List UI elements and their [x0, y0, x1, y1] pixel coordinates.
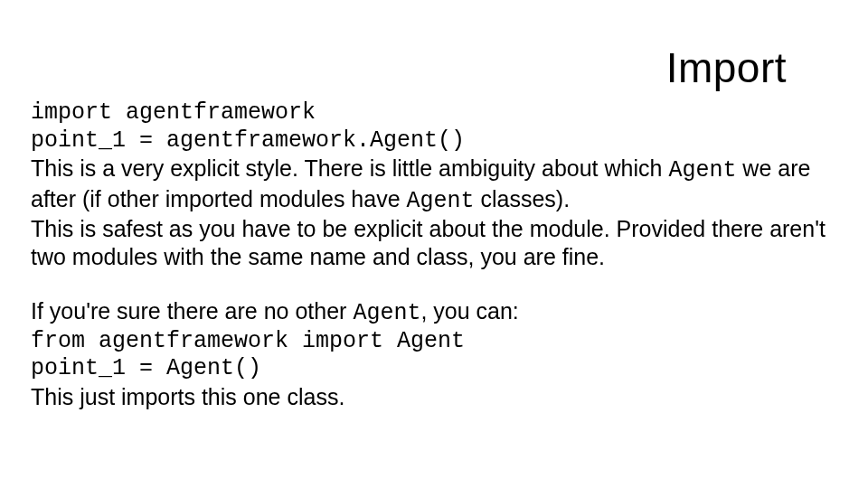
explanation-1: This is a very explicit style. There is … — [31, 155, 837, 215]
slide-title: Import — [666, 43, 787, 92]
paragraph-gap — [31, 270, 837, 297]
code-line-from-import: from agentframework import Agent — [31, 328, 837, 356]
code-line-assign-1: point_1 = agentframework.Agent() — [31, 127, 837, 155]
slide-body: import agentframework point_1 = agentfra… — [31, 99, 837, 410]
outro-line: This just imports this one class. — [31, 383, 837, 411]
text-fragment: , you can: — [420, 298, 518, 324]
slide: Import import agentframework point_1 = a… — [0, 0, 868, 488]
text-fragment: This is a very explicit style. There is … — [31, 155, 668, 181]
explanation-2: This is safest as you have to be explici… — [31, 215, 837, 270]
inline-code-agent: Agent — [668, 157, 736, 183]
inline-code-agent: Agent — [406, 188, 474, 214]
intro-line: If you're sure there are no other Agent,… — [31, 297, 837, 328]
text-fragment: If you're sure there are no other — [31, 298, 353, 324]
code-line-assign-2: point_1 = Agent() — [31, 355, 837, 383]
inline-code-agent: Agent — [353, 300, 420, 326]
code-line-import: import agentframework — [31, 99, 837, 127]
text-fragment: classes). — [475, 186, 571, 211]
